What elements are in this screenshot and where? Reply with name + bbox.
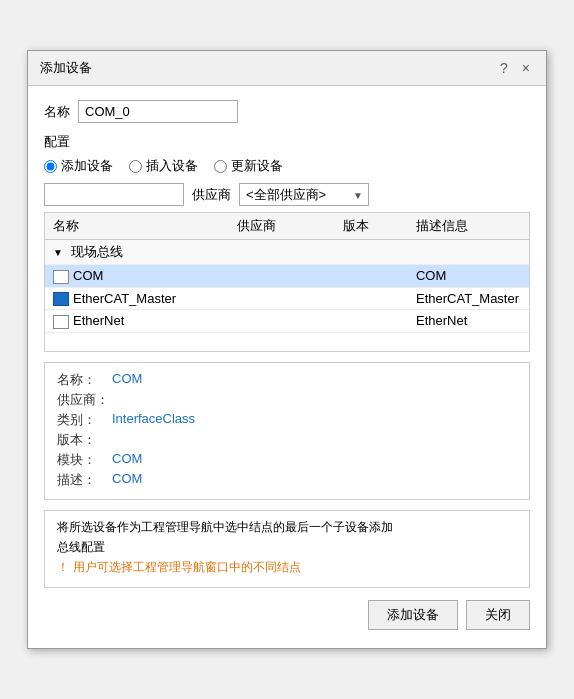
filter-input[interactable] [44,183,184,206]
info-row-desc: 描述： COM [57,471,517,489]
add-device-dialog: 添加设备 ? × 名称 配置 添加设备 插入设备 更新设备 [27,50,547,649]
device-vendor-ethercat [229,287,335,310]
info-value-class: InterfaceClass [112,411,195,429]
device-desc-com: COM [408,265,529,288]
info-key-name: 名称： [57,371,112,389]
vendor-label: 供应商 [192,186,231,204]
filter-row: 供应商 <全部供应商> [44,183,530,206]
radio-group: 添加设备 插入设备 更新设备 [44,157,530,175]
info-key-vendor: 供应商： [57,391,112,409]
group-row-fieldbus[interactable]: ▼ 现场总线 [45,240,529,265]
warn-icon: ！ [57,560,69,574]
close-x-button[interactable]: × [518,60,534,76]
info-key-desc: 描述： [57,471,112,489]
device-row-ethernet[interactable]: EtherNet EtherNet [45,310,529,333]
device-version-ethernet [335,310,408,333]
device-name-com: COM [45,265,229,288]
device-version-ethercat [335,287,408,310]
info-row-vendor: 供应商： [57,391,517,409]
device-name-ethernet: EtherNet [45,310,229,333]
device-vendor-com [229,265,335,288]
device-desc-ethernet: EtherNet [408,310,529,333]
radio-add[interactable]: 添加设备 [44,157,113,175]
notice-line-3: ！用户可选择工程管理导航窗口中的不同结点 [57,559,517,576]
dialog-body: 名称 配置 添加设备 插入设备 更新设备 供应商 [28,86,546,648]
name-input[interactable] [78,100,238,123]
group-label-fieldbus: 现场总线 [71,244,123,259]
info-panel: 名称： COM 供应商： 类别： InterfaceClass 版本： 模块： … [44,362,530,500]
device-name-ethercat: EtherCAT_Master [45,287,229,310]
notice-line-2: 总线配置 [57,539,517,556]
info-row-class: 类别： InterfaceClass [57,411,517,429]
chevron-icon: ▼ [53,247,63,258]
info-key-module: 模块： [57,451,112,469]
device-table: 名称 供应商 版本 描述信息 ▼ 现场总线 [45,213,529,333]
com-icon [53,270,69,284]
radio-update[interactable]: 更新设备 [214,157,283,175]
radio-insert-label: 插入设备 [146,157,198,175]
ethercat-icon [53,292,69,306]
col-header-version: 版本 [335,213,408,240]
info-value-module: COM [112,451,142,469]
ethernet-icon [53,315,69,329]
group-cell-fieldbus: ▼ 现场总线 [45,240,529,265]
col-header-name: 名称 [45,213,229,240]
info-value-desc: COM [112,471,142,489]
vendor-select[interactable]: <全部供应商> [239,183,369,206]
title-bar: 添加设备 ? × [28,51,546,86]
info-key-version: 版本： [57,431,112,449]
table-header: 名称 供应商 版本 描述信息 [45,213,529,240]
radio-update-label: 更新设备 [231,157,283,175]
device-desc-ethercat: EtherCAT_Master [408,287,529,310]
notice-line-1: 将所选设备作为工程管理导航中选中结点的最后一个子设备添加 [57,519,517,536]
device-table-container[interactable]: 名称 供应商 版本 描述信息 ▼ 现场总线 [44,212,530,352]
table-body: ▼ 现场总线 COM COM [45,240,529,333]
config-section-label: 配置 [44,133,530,151]
name-label: 名称 [44,103,70,121]
info-row-version: 版本： [57,431,517,449]
info-key-class: 类别： [57,411,112,429]
info-row-name: 名称： COM [57,371,517,389]
close-button[interactable]: 关闭 [466,600,530,630]
info-value-name: COM [112,371,142,389]
help-button[interactable]: ? [496,60,512,76]
notice-panel: 将所选设备作为工程管理导航中选中结点的最后一个子设备添加 总线配置 ！用户可选择… [44,510,530,588]
radio-add-label: 添加设备 [61,157,113,175]
col-header-desc: 描述信息 [408,213,529,240]
info-row-module: 模块： COM [57,451,517,469]
device-vendor-ethernet [229,310,335,333]
name-row: 名称 [44,100,530,123]
button-row: 添加设备 关闭 [44,600,530,634]
radio-insert[interactable]: 插入设备 [129,157,198,175]
col-header-vendor: 供应商 [229,213,335,240]
add-device-button[interactable]: 添加设备 [368,600,458,630]
dialog-title: 添加设备 [40,59,92,77]
vendor-select-wrapper: <全部供应商> [239,183,369,206]
device-row-com[interactable]: COM COM [45,265,529,288]
device-row-ethercat[interactable]: EtherCAT_Master EtherCAT_Master [45,287,529,310]
device-version-com [335,265,408,288]
title-bar-controls: ? × [496,60,534,76]
